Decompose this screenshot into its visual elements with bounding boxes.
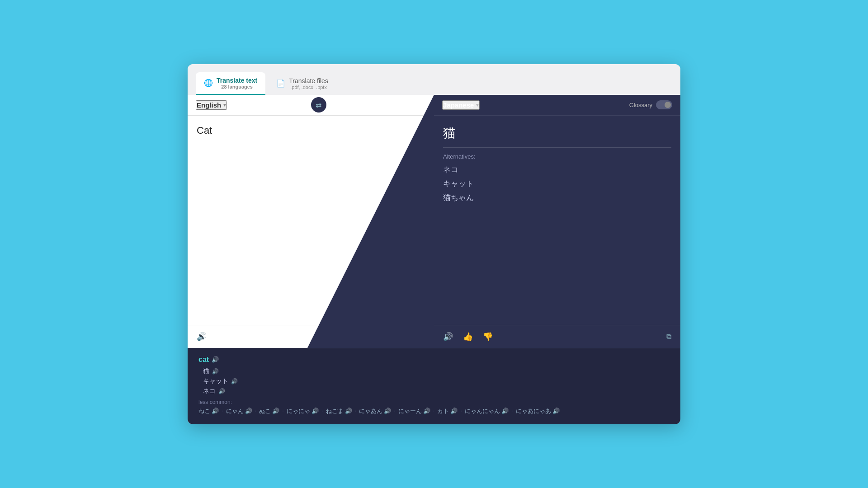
glossary-label: Glossary xyxy=(629,102,652,108)
target-lang-label: Japanese xyxy=(443,101,474,109)
alternative-3[interactable]: 猫ちゃん xyxy=(443,192,671,203)
swap-languages-button[interactable]: ⇄ xyxy=(311,97,326,113)
source-bottom-bar: 🔊 xyxy=(188,325,434,348)
tab-translate-text-label: Translate text xyxy=(217,77,257,84)
thumbs-up-icon: 👍 xyxy=(463,332,473,342)
less-common-6-speaker[interactable]: 🔊 xyxy=(423,408,430,414)
source-text: Cat xyxy=(197,125,212,136)
less-common-5-speaker[interactable]: 🔊 xyxy=(384,408,391,414)
less-common-item-8[interactable]: にゃんにゃん 🔊 xyxy=(465,407,509,415)
less-common-item-9[interactable]: にゃあにゃあ 🔊 xyxy=(516,407,560,415)
dict-word-speaker-icon[interactable]: 🔊 xyxy=(212,356,219,363)
less-common-item-5[interactable]: にゃあん 🔊 xyxy=(359,407,391,415)
less-common-item-4[interactable]: ねごま 🔊 xyxy=(326,407,352,415)
less-common-label: less common: xyxy=(198,399,670,405)
target-lang-bar: Japanese ▾ Glossary xyxy=(434,95,680,116)
source-lang-label: English xyxy=(197,101,221,109)
tab-translate-text-subtitle: 28 languages xyxy=(217,84,257,89)
swap-icon: ⇄ xyxy=(316,101,321,109)
less-common-4-speaker[interactable]: 🔊 xyxy=(345,408,352,414)
thumbs-down-icon: 👎 xyxy=(483,332,493,342)
dict-translation-2: キャット 🔊 xyxy=(198,377,670,385)
dict-translation-3-speaker-icon[interactable]: 🔊 xyxy=(218,388,225,394)
source-speaker-button[interactable]: 🔊 xyxy=(195,330,208,343)
less-common-1-speaker[interactable]: 🔊 xyxy=(245,408,252,414)
file-icon: 📄 xyxy=(276,79,285,88)
tab-translate-text[interactable]: 🌐 Translate text 28 languages xyxy=(196,72,265,95)
less-common-2-speaker[interactable]: 🔊 xyxy=(272,408,279,414)
thumbs-up-button[interactable]: 👍 xyxy=(461,330,475,343)
translation-area: English ▾ ⇄ Cat ✕ 🔊 xyxy=(188,95,680,348)
less-common-8-speaker[interactable]: 🔊 xyxy=(501,408,509,414)
app-window: 🌐 Translate text 28 languages 📄 Translat… xyxy=(188,64,680,424)
target-panel: Japanese ▾ Glossary 猫 Alternatives: ネコ キ… xyxy=(434,95,680,348)
dict-translation-3: ネコ 🔊 xyxy=(198,387,670,395)
less-common-9-speaker[interactable]: 🔊 xyxy=(552,408,560,414)
globe-icon: 🌐 xyxy=(204,79,213,87)
tab-translate-files[interactable]: 📄 Translate files .pdf, .docx, .pptx xyxy=(268,72,336,95)
copy-button[interactable]: ⧉ xyxy=(665,331,673,343)
less-common-0-speaker[interactable]: 🔊 xyxy=(212,408,219,414)
tab-translate-files-label: Translate files xyxy=(289,77,328,84)
source-lang-selector[interactable]: English ▾ xyxy=(196,100,227,110)
dict-word: cat 🔊 xyxy=(198,356,219,364)
source-text-area[interactable]: Cat ✕ xyxy=(188,116,434,325)
target-main-translation: 猫 xyxy=(443,125,671,148)
alternative-2[interactable]: キャット xyxy=(443,178,671,189)
less-common-item-1[interactable]: にゃん 🔊 xyxy=(226,407,252,415)
less-common-item-6[interactable]: にゃーん 🔊 xyxy=(398,407,430,415)
target-speaker-button[interactable]: 🔊 xyxy=(441,330,455,343)
source-speaker-icon: 🔊 xyxy=(197,332,207,342)
less-common-item-3[interactable]: にゃにゃ 🔊 xyxy=(287,407,319,415)
less-common-item-0[interactable]: ねこ 🔊 xyxy=(198,407,219,415)
tab-bar: 🌐 Translate text 28 languages 📄 Translat… xyxy=(188,64,680,95)
target-text-area: 猫 Alternatives: ネコ キャット 猫ちゃん xyxy=(434,116,680,325)
clear-icon: ✕ xyxy=(421,123,427,131)
dictionary-panel: cat 🔊 猫 🔊 キャット 🔊 ネコ 🔊 less common: ねこ 🔊 … xyxy=(188,348,680,424)
dict-translation-1: 猫 🔊 xyxy=(198,367,670,375)
target-bottom-bar: 🔊 👍 👎 ⧉ xyxy=(434,325,680,348)
alternative-1[interactable]: ネコ xyxy=(443,164,671,175)
clear-button[interactable]: ✕ xyxy=(421,123,427,131)
glossary-bar: Glossary xyxy=(629,100,672,109)
less-common-items: ねこ 🔊 · にゃん 🔊 · ぬこ 🔊 · にゃにゃ 🔊 · ねごま 🔊 xyxy=(198,407,670,415)
target-lang-selector[interactable]: Japanese ▾ xyxy=(442,100,480,110)
alternatives-label: Alternatives: xyxy=(443,153,671,160)
tab-translate-files-subtitle: .pdf, .docx, .pptx xyxy=(289,84,328,90)
glossary-toggle[interactable] xyxy=(656,100,672,109)
target-speaker-icon: 🔊 xyxy=(443,332,453,342)
target-lang-chevron: ▾ xyxy=(476,102,479,108)
dict-translation-2-speaker-icon[interactable]: 🔊 xyxy=(231,378,238,385)
less-common-3-speaker[interactable]: 🔊 xyxy=(311,408,319,414)
less-common-7-speaker[interactable]: 🔊 xyxy=(450,408,458,414)
less-common-item-2[interactable]: ぬこ 🔊 xyxy=(259,407,279,415)
source-panel: English ▾ ⇄ Cat ✕ 🔊 xyxy=(188,95,434,348)
thumbs-down-button[interactable]: 👎 xyxy=(481,330,495,343)
source-lang-bar: English ▾ ⇄ xyxy=(188,95,434,116)
dict-translation-1-speaker-icon[interactable]: 🔊 xyxy=(212,368,219,375)
source-lang-chevron: ▾ xyxy=(223,102,226,108)
less-common-item-7[interactable]: カト 🔊 xyxy=(437,407,458,415)
copy-icon: ⧉ xyxy=(666,333,671,341)
